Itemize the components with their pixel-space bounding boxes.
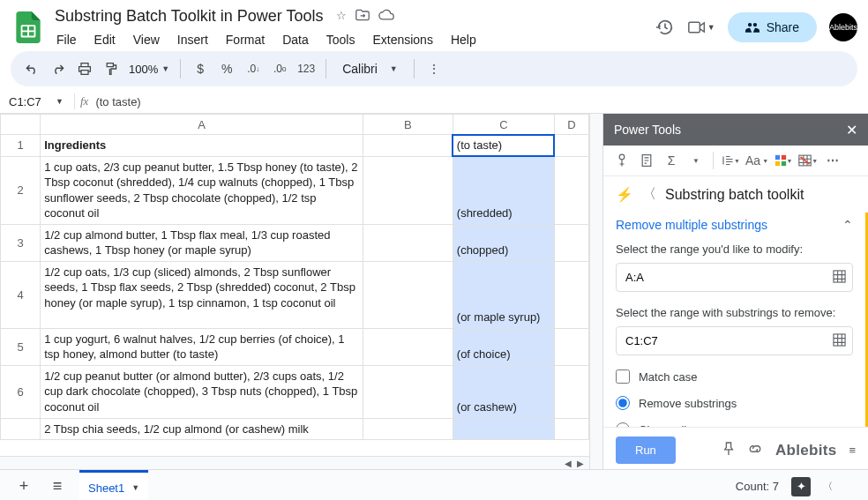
menu-view[interactable]: View [126, 29, 167, 50]
section-header[interactable]: Remove multiple substrings ⌃ [616, 213, 853, 243]
print-button[interactable] [72, 56, 97, 81]
select-all-corner[interactable] [1, 115, 41, 135]
tool-icon[interactable]: ▼ [798, 151, 818, 170]
vertical-scrollbar[interactable] [589, 114, 602, 469]
chevron-down-icon[interactable]: ▼ [131, 483, 139, 492]
tool-icon[interactable]: Σ [662, 151, 681, 170]
bolt-icon[interactable]: ⚡ [616, 186, 633, 203]
cell[interactable]: (or cashew) [453, 365, 554, 418]
cell[interactable] [554, 365, 588, 418]
status-count[interactable]: Count: 7 [736, 480, 779, 493]
tool-icon[interactable] [612, 151, 632, 170]
more-icon[interactable]: ⋯ [823, 151, 842, 170]
cell[interactable]: (chopped) [453, 224, 554, 261]
row-header[interactable]: 6 [1, 365, 41, 418]
star-icon[interactable]: ☆ [336, 9, 347, 24]
currency-button[interactable]: $ [188, 56, 213, 81]
undo-button[interactable] [19, 56, 44, 81]
sheet-tab[interactable]: Sheet1▼ [79, 470, 148, 500]
account-avatar[interactable]: Ablebits [829, 13, 857, 41]
share-button[interactable]: Share [728, 12, 817, 42]
col-header-b[interactable]: B [363, 115, 453, 135]
redo-button[interactable] [46, 56, 71, 81]
zoom-select[interactable]: 100%▼ [125, 63, 173, 76]
range2-input[interactable] [616, 326, 853, 355]
cell[interactable] [554, 224, 588, 261]
cell[interactable] [554, 418, 588, 440]
row-header[interactable]: 3 [1, 224, 41, 261]
menu-icon[interactable]: ≡ [849, 444, 856, 457]
cell[interactable]: 1/2 cup almond butter, 1 Tbsp flax meal,… [41, 224, 363, 261]
add-sheet-button[interactable]: + [12, 475, 35, 498]
decrease-decimal-button[interactable]: .0↓ [241, 56, 266, 81]
cloud-icon[interactable] [378, 9, 394, 24]
menu-tools[interactable]: Tools [319, 29, 363, 50]
back-icon[interactable]: 〈 [642, 185, 656, 204]
cell[interactable]: 2 Tbsp chia seeds, 1/2 cup almond (or ca… [41, 418, 363, 440]
row-header[interactable] [1, 418, 41, 440]
pin-icon[interactable] [722, 442, 735, 459]
sheets-logo[interactable] [11, 10, 46, 45]
cell[interactable] [453, 418, 554, 440]
close-icon[interactable]: ✕ [846, 122, 857, 138]
more-toolbar-button[interactable]: ⋮ [422, 56, 446, 81]
grid-icon[interactable] [833, 270, 846, 286]
tool-icon[interactable]: ▼ [774, 151, 793, 170]
fx-icon[interactable]: fx [80, 94, 88, 108]
all-sheets-button[interactable]: ≡ [46, 475, 69, 498]
cell[interactable] [363, 224, 453, 261]
cell[interactable]: (of choice) [453, 328, 554, 365]
doc-title[interactable]: Substring Batch Toolkit in Power Tools [49, 5, 329, 27]
cell[interactable] [554, 135, 588, 157]
history-icon[interactable] [655, 17, 676, 38]
cell[interactable] [363, 365, 453, 418]
link-icon[interactable] [747, 444, 763, 457]
tool-icon[interactable]: Aa▼ [745, 151, 768, 170]
col-header-a[interactable]: A [41, 115, 363, 135]
horizontal-scrollbar[interactable]: ◀ ▶ [0, 456, 589, 469]
range1-input[interactable] [616, 263, 853, 292]
remove-substrings-radio[interactable]: Remove substrings [616, 396, 853, 410]
menu-file[interactable]: File [49, 29, 84, 50]
explore-button[interactable]: ✦ [791, 477, 811, 496]
menu-data[interactable]: Data [275, 29, 316, 50]
cell[interactable] [363, 135, 453, 157]
spreadsheet-grid[interactable]: A B C D 1 Ingredients (to taste) 2 1 cup… [0, 114, 589, 456]
paint-format-button[interactable] [99, 56, 123, 81]
cell[interactable] [554, 328, 588, 365]
menu-format[interactable]: Format [219, 29, 272, 50]
cell[interactable] [363, 328, 453, 365]
menu-insert[interactable]: Insert [170, 29, 215, 50]
menu-help[interactable]: Help [444, 29, 483, 50]
tool-icon[interactable]: ▼ [721, 151, 740, 170]
cell[interactable]: 1/2 cup peanut butter (or almond butter)… [41, 365, 363, 418]
more-formats-button[interactable]: 123 [294, 56, 318, 81]
cell[interactable]: 1/2 cup oats, 1/3 cup (sliced) almonds, … [41, 261, 363, 328]
cell[interactable]: 1 cup oats, 2/3 cup peanut butter, 1.5 T… [41, 156, 363, 224]
row-header[interactable]: 2 [1, 156, 41, 224]
meet-icon[interactable]: ▼ [688, 17, 715, 38]
row-header[interactable]: 4 [1, 261, 41, 328]
scroll-left-icon[interactable]: ◀ [563, 458, 573, 468]
cell[interactable] [363, 261, 453, 328]
match-case-checkbox[interactable]: Match case [616, 369, 853, 384]
move-icon[interactable] [355, 9, 370, 24]
percent-button[interactable]: % [214, 56, 239, 81]
cell[interactable] [554, 156, 588, 224]
cell[interactable] [554, 261, 588, 328]
font-select[interactable]: Calibri▼ [333, 62, 407, 76]
chevron-down-icon[interactable]: ▼ [686, 151, 706, 170]
menu-edit[interactable]: Edit [87, 29, 123, 50]
col-header-c[interactable]: C [453, 115, 554, 135]
cell[interactable]: Ingredients [41, 135, 363, 157]
menu-extensions[interactable]: Extensions [365, 29, 439, 50]
formula-bar[interactable]: (to taste) [95, 95, 140, 108]
scroll-right-icon[interactable]: ▶ [575, 458, 586, 468]
cell[interactable]: (shredded) [453, 156, 554, 224]
name-box[interactable]: C1:C7▼ [4, 95, 69, 108]
grid-icon[interactable] [833, 333, 846, 349]
col-header-d[interactable]: D [554, 115, 588, 135]
cell[interactable]: (to taste) [453, 135, 554, 157]
cell[interactable]: 1 cup yogurt, 6 walnut halves, 1/2 cup b… [41, 328, 363, 365]
run-button[interactable]: Run [616, 437, 676, 464]
